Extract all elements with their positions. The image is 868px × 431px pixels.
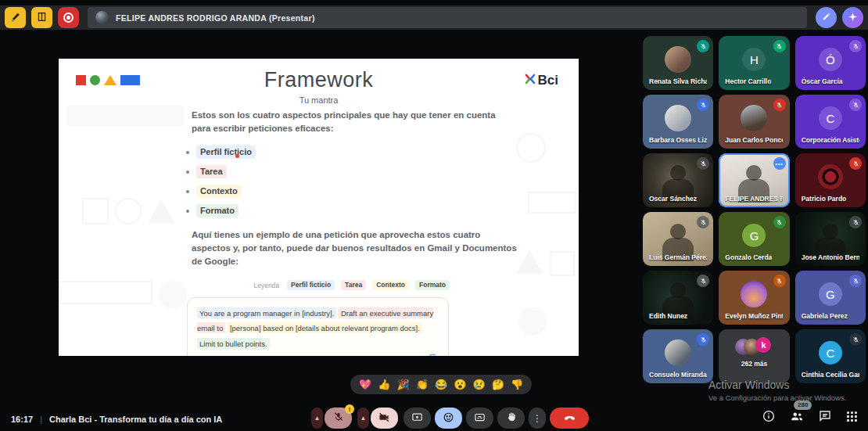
presenter-avatar xyxy=(95,11,109,24)
participant-tile[interactable]: Evelyn Muñoz Pinto xyxy=(719,271,789,325)
participants-icon xyxy=(789,409,805,426)
slide-subtitle: Tu mantra xyxy=(59,95,579,105)
reaction-emoji[interactable]: 😮 xyxy=(454,379,466,390)
video-silhouette-head xyxy=(670,224,686,239)
mic-off-badge xyxy=(773,275,786,287)
legend-chip: Contexto xyxy=(372,280,409,290)
reaction-emoji[interactable]: 😂 xyxy=(435,379,447,390)
overflow-k-badge: k xyxy=(755,337,771,353)
participant-tile[interactable]: Renata Silva Richard... xyxy=(643,36,713,90)
participant-tile[interactable]: Oscar Sánchez xyxy=(643,153,713,207)
camera-off-button[interactable] xyxy=(371,408,398,429)
record-icon xyxy=(63,13,74,23)
copy-icon[interactable] xyxy=(429,352,439,356)
pencil-icon xyxy=(822,12,831,23)
apps-grid-button[interactable] xyxy=(845,410,859,426)
draw-action-button[interactable] xyxy=(816,7,837,28)
mic-off-badge xyxy=(697,40,709,52)
reaction-emoji[interactable]: 😢 xyxy=(472,379,485,390)
participants-button[interactable]: 280 xyxy=(789,409,805,426)
chat-icon xyxy=(818,409,832,426)
participant-tile[interactable]: GGonzalo Cerda xyxy=(719,212,789,266)
participant-name: Oscar Sánchez xyxy=(649,195,697,203)
participant-initial: Ó xyxy=(819,48,842,71)
reaction-emoji[interactable]: 👏 xyxy=(416,379,429,390)
prompt-segment: Limit to bullet points. xyxy=(197,338,270,349)
reaction-emoji[interactable]: 💖 xyxy=(359,379,371,390)
reaction-emoji[interactable]: 👍 xyxy=(378,379,390,390)
slide-bullet-list: Perfil ficticioTareaContextoFormato xyxy=(192,143,511,211)
mic-off-button[interactable]: ! xyxy=(325,408,352,429)
participant-tile[interactable]: Patricio Pardo xyxy=(795,153,866,207)
slide-watermark-shape xyxy=(518,307,547,336)
slide-bullet: Perfil ficticio xyxy=(192,143,511,153)
slide-bullet: Contexto xyxy=(192,182,511,192)
legend-chip: Tarea xyxy=(341,280,366,290)
mic-off-badge xyxy=(849,275,862,287)
avatar xyxy=(665,105,691,131)
annotate-tool-button[interactable] xyxy=(5,7,26,28)
participant-name: Edith Nunez xyxy=(649,312,687,320)
reactions-button[interactable] xyxy=(435,408,462,429)
captions-button[interactable] xyxy=(466,408,493,429)
tile-menu-badge[interactable]: ••• xyxy=(773,157,786,170)
participant-tile[interactable]: Barbara Osses Liza... xyxy=(643,95,713,149)
raise-hand-button[interactable] xyxy=(497,408,525,429)
avatar xyxy=(741,105,767,131)
reaction-emoji[interactable]: 👎 xyxy=(511,379,523,390)
participant-name: Barbara Osses Liza... xyxy=(649,136,707,144)
ai-action-button[interactable] xyxy=(842,7,863,28)
more-options-button[interactable]: ⋮ xyxy=(529,408,546,429)
video-silhouette-head xyxy=(823,224,838,239)
end-call-button[interactable] xyxy=(550,408,589,429)
overflow-tile-content: k262 más xyxy=(719,339,789,368)
slide-example-intro: Aquí tienes un ejemplo de una petición q… xyxy=(192,228,520,269)
more-options-icon: ⋮ xyxy=(533,413,542,424)
camera-options-chevron[interactable]: ▲ xyxy=(357,408,369,429)
meeting-title: Charla Bci - Transforma tu día a día con… xyxy=(49,415,222,424)
info-icon xyxy=(762,409,776,426)
video-silhouette-head xyxy=(746,165,762,181)
participant-tile[interactable]: GGabriela Perez xyxy=(795,271,866,325)
legend-chip: Perfil ficticio xyxy=(287,280,335,290)
reaction-emoji[interactable]: 🎉 xyxy=(396,379,409,390)
participant-initial: H xyxy=(742,48,766,71)
participant-tile[interactable]: k262 más xyxy=(719,329,789,383)
participant-tile[interactable]: CCorporación Asiste... xyxy=(795,95,866,149)
bullet-dot xyxy=(186,151,189,154)
smiley-icon xyxy=(443,411,454,426)
bci-x-icon xyxy=(524,73,536,88)
bullet-chip: Tarea xyxy=(196,165,227,178)
participant-tile[interactable]: Juan Carlos Ponce R... xyxy=(719,95,789,149)
slide-watermark-shape xyxy=(159,281,187,309)
mic-options-chevron[interactable]: ▲ xyxy=(311,408,323,429)
participant-name: FELIPE ANDRES RO... xyxy=(725,195,783,203)
participant-initial: G xyxy=(742,224,766,247)
reaction-emoji[interactable]: 🤔 xyxy=(492,379,504,390)
present-screen-icon xyxy=(411,411,423,426)
meeting-panel-icons: 280 xyxy=(762,409,859,426)
mic-off-badge xyxy=(849,216,862,228)
bci-logo: Bci xyxy=(524,73,558,88)
participant-count-badge: 280 xyxy=(794,400,812,410)
info-button[interactable] xyxy=(762,409,776,426)
meeting-status: 16:17 | Charla Bci - Transforma tu día a… xyxy=(11,415,222,424)
record-tool-button[interactable] xyxy=(58,7,79,28)
participant-name: Evelyn Muñoz Pinto xyxy=(725,312,783,320)
participant-tile[interactable]: Jose Antonio Bernal... xyxy=(795,212,866,266)
end-call-icon xyxy=(563,411,576,426)
participant-tile[interactable]: HHector Carrillo xyxy=(719,36,789,90)
participant-tile[interactable]: FELIPE ANDRES RO...••• xyxy=(719,153,789,207)
presenter-pill[interactable]: FELIPE ANDRES RODRIGO ARANDA (Presentar) xyxy=(88,7,807,28)
present-screen-button[interactable] xyxy=(404,408,431,429)
participant-tile[interactable]: Edith Nunez xyxy=(643,271,713,325)
participant-tile[interactable]: Consuelo Miranda xyxy=(643,329,713,383)
whiteboard-tool-button[interactable] xyxy=(31,7,52,28)
participant-tile[interactable]: Luis Germán Pérez ... xyxy=(643,212,713,266)
participant-tile[interactable]: CCinthia Cecilia Gar... xyxy=(795,329,866,383)
chat-button[interactable] xyxy=(818,409,832,426)
slide-bullet: Formato xyxy=(192,202,511,211)
participant-tile[interactable]: ÓÓscar García xyxy=(795,36,866,90)
slide-content: Estos son los cuatro aspectos principale… xyxy=(192,109,511,356)
prompt-segment: You are a program manager in [industry]. xyxy=(197,307,336,318)
